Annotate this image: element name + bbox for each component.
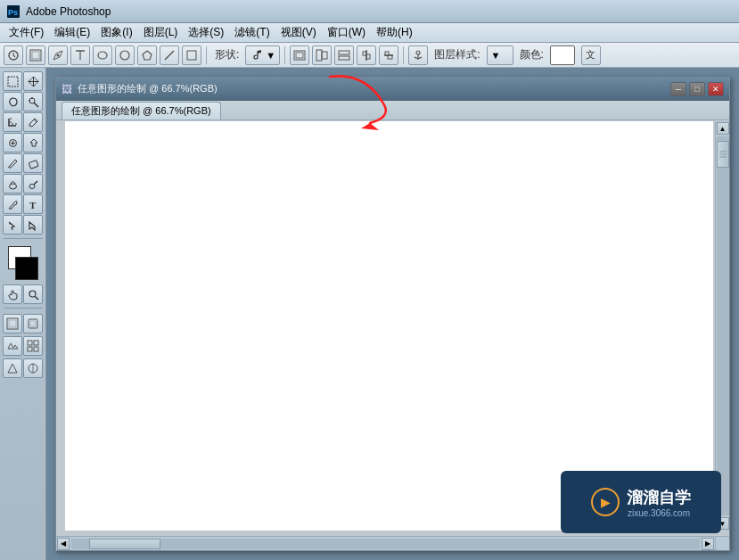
- toolbar-align2-btn[interactable]: [312, 45, 332, 65]
- shape-dropdown[interactable]: ▼: [245, 45, 280, 65]
- vscroll-up-icon: ▲: [719, 125, 727, 133]
- tool-extra-4[interactable]: [23, 358, 43, 378]
- vscroll-up-button[interactable]: ▲: [717, 122, 729, 135]
- tool-extra-2[interactable]: [23, 336, 43, 356]
- svg-line-42: [35, 296, 38, 300]
- toolbar-extra-btn[interactable]: 文: [581, 45, 601, 65]
- svg-point-23: [416, 51, 420, 54]
- tool-separator: [4, 238, 43, 239]
- toolbar-anchor-btn[interactable]: [408, 45, 428, 65]
- maximize-button[interactable]: □: [689, 82, 705, 96]
- menu-view[interactable]: 视图(V): [275, 23, 322, 42]
- tool-row-5: [3, 153, 43, 173]
- tool-healing[interactable]: [3, 133, 22, 152]
- toolbar-line-btn[interactable]: [160, 45, 179, 65]
- toolbar-polygon-btn[interactable]: [137, 45, 157, 65]
- tool-text[interactable]: T: [23, 194, 43, 214]
- tool-eraser[interactable]: [23, 153, 43, 173]
- photoshop-icon: Ps: [5, 4, 21, 20]
- toolbar-brush-btn[interactable]: [26, 45, 45, 65]
- hscroll-left-button[interactable]: ◀: [57, 538, 70, 550]
- toolbar-align4-btn[interactable]: [357, 45, 376, 65]
- background-color[interactable]: [15, 257, 38, 280]
- tool-clone[interactable]: [23, 133, 43, 152]
- menu-filter[interactable]: 滤镜(T): [229, 23, 275, 42]
- doc-titlebar: 🖼 任意图形的绘制 @ 66.7%(RGB) ─ □ ✕: [56, 78, 729, 101]
- hscroll-right-button[interactable]: ▶: [702, 538, 714, 550]
- doc-win-controls: ─ □ ✕: [670, 82, 724, 96]
- svg-rect-47: [28, 341, 32, 345]
- toolbar-history-btn[interactable]: [4, 45, 23, 65]
- doc-title: 🖼 任意图形的绘制 @ 66.7%(RGB): [62, 82, 218, 95]
- menu-edit[interactable]: 编辑(E): [49, 23, 95, 42]
- svg-line-9: [165, 51, 174, 60]
- tool-magic-wand[interactable]: [23, 92, 43, 111]
- hscroll-right-icon: ▶: [705, 539, 710, 548]
- svg-rect-50: [34, 347, 38, 351]
- quick-mask-btn[interactable]: [3, 314, 22, 334]
- tool-blur[interactable]: [3, 174, 22, 194]
- svg-text:T: T: [29, 200, 37, 210]
- main-area: T: [0, 68, 739, 560]
- tool-pen[interactable]: [3, 194, 22, 214]
- menu-window[interactable]: 窗口(W): [322, 23, 371, 42]
- toolbar-ellipse-btn[interactable]: [93, 45, 112, 65]
- svg-line-27: [34, 103, 38, 107]
- tool-lasso[interactable]: [3, 92, 22, 111]
- svg-rect-45: [29, 319, 37, 328]
- svg-point-37: [29, 184, 35, 188]
- layer-style-dropdown-arrow: ▼: [491, 50, 501, 61]
- svg-rect-10: [187, 51, 196, 60]
- tool-shape[interactable]: [23, 215, 43, 235]
- layer-style-label: 图层样式:: [431, 47, 483, 62]
- menu-file[interactable]: 文件(F): [4, 23, 49, 42]
- hscroll-track[interactable]: [71, 539, 700, 549]
- layer-style-dropdown[interactable]: ▼: [487, 45, 513, 65]
- menu-image[interactable]: 图象(I): [95, 23, 137, 42]
- svg-rect-35: [29, 160, 38, 169]
- menu-layer[interactable]: 图层(L): [138, 23, 184, 42]
- minimize-button[interactable]: ─: [670, 82, 686, 96]
- tool-extra-1[interactable]: [3, 336, 22, 356]
- vscroll-track[interactable]: [717, 136, 729, 515]
- tool-zoom[interactable]: [23, 284, 43, 304]
- tool-path-select[interactable]: [3, 215, 22, 235]
- menu-help[interactable]: 帮助(H): [371, 23, 418, 42]
- vscroll-thumb[interactable]: [717, 141, 729, 168]
- tool-hand[interactable]: [3, 284, 22, 304]
- tool-row-6: [3, 174, 43, 194]
- toolbar-circle-btn[interactable]: [115, 45, 135, 65]
- watermark-play-icon: ▶: [591, 488, 620, 516]
- toolbar-align5-btn[interactable]: [379, 45, 398, 65]
- horizontal-scrollbar: ◀ ▶: [56, 536, 715, 550]
- hscroll-thumb[interactable]: [89, 539, 160, 549]
- doc-tab[interactable]: 任意图形的绘制 @ 66.7%(RGB): [62, 102, 221, 119]
- tool-marquee[interactable]: [3, 71, 22, 91]
- screen-mode-btn[interactable]: [23, 314, 43, 334]
- toolbar-pen-btn[interactable]: [48, 45, 68, 65]
- tool-brush[interactable]: [3, 153, 22, 173]
- watermark-sub-text: zixue.3066.com: [628, 508, 690, 518]
- tool-row-2: [3, 92, 43, 111]
- close-button[interactable]: ✕: [708, 82, 724, 96]
- tool-eyedropper[interactable]: [23, 112, 43, 132]
- menu-select[interactable]: 选择(S): [183, 23, 229, 42]
- left-toolbar: T: [0, 68, 46, 560]
- document-canvas[interactable]: [65, 121, 713, 531]
- tool-row-7: T: [3, 194, 43, 214]
- toolbar-text-btn[interactable]: [70, 45, 90, 65]
- color-swatches: [6, 246, 40, 280]
- tool-crop[interactable]: [3, 112, 22, 132]
- color-swatch-btn[interactable]: [550, 45, 575, 65]
- shape-dropdown-arrow: ▼: [266, 50, 275, 61]
- toolbar-align3-btn[interactable]: [334, 45, 354, 65]
- toolbar-shape-btn[interactable]: [182, 45, 201, 65]
- tool-row-9: [3, 284, 43, 304]
- svg-rect-26: [8, 77, 18, 86]
- tool-dodge[interactable]: [23, 174, 43, 194]
- tool-extra-3[interactable]: [3, 358, 22, 378]
- toolbar-align1-btn[interactable]: [290, 45, 309, 65]
- shape-label: 形状:: [211, 47, 242, 62]
- vscroll-grip-line-3: [719, 157, 727, 158]
- tool-move[interactable]: [23, 71, 43, 91]
